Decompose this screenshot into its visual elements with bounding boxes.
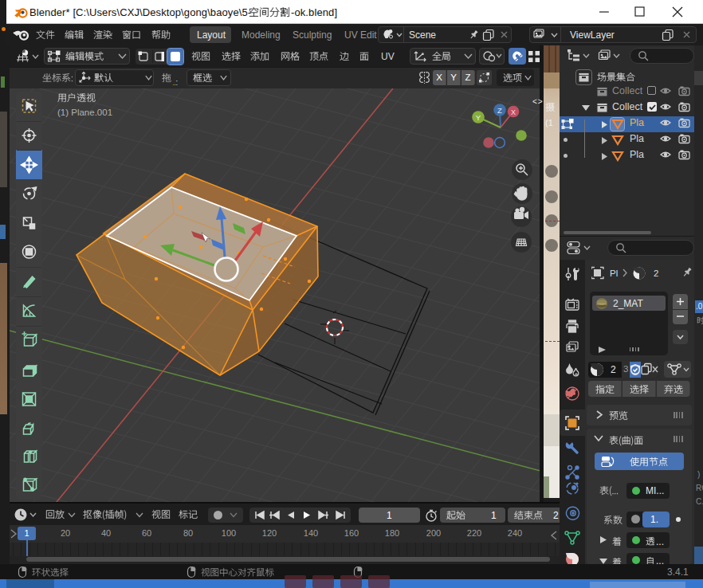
svg-text:2: 2 [654, 269, 658, 278]
svg-text:Z: Z [497, 106, 502, 115]
svg-text:Y: Y [476, 113, 481, 122]
svg-text:Pl: Pl [610, 269, 618, 278]
svg-text:X: X [511, 108, 516, 116]
